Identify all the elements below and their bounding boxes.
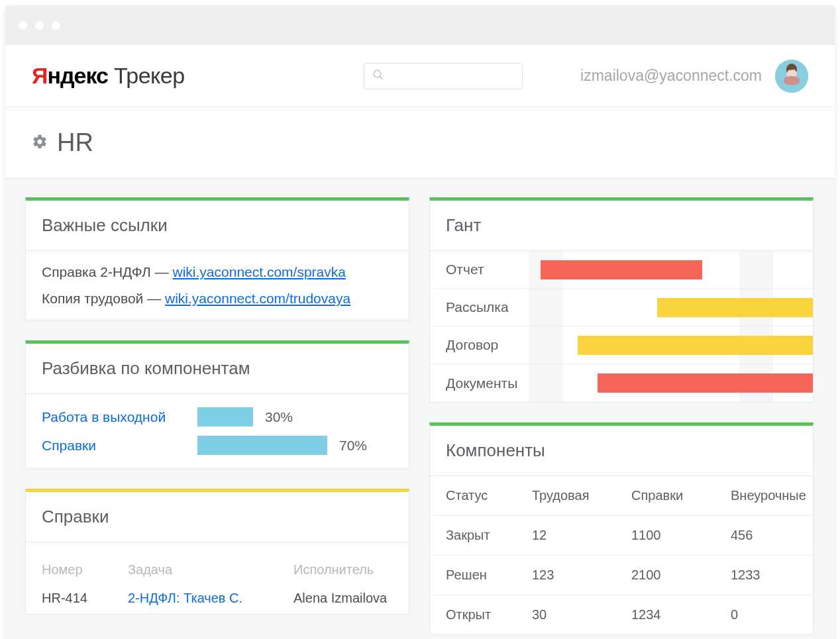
cell: 123 <box>516 556 615 595</box>
issue-assignee: Alena Izmailova <box>293 585 393 611</box>
cell: 1233 <box>715 556 813 595</box>
cell: Открыт <box>430 595 516 635</box>
wiki-link[interactable]: wiki.yaconnect.com/spravka <box>173 264 346 279</box>
col-header: Трудовая <box>516 476 615 516</box>
col-id: Номер <box>42 556 128 585</box>
component-link[interactable]: Работа в выходной <box>42 409 166 424</box>
cell: 456 <box>715 516 813 556</box>
cell: 0 <box>715 595 813 635</box>
link-row: Справка 2-НДФЛ — wiki.yaconnect.com/spra… <box>42 264 393 280</box>
gantt-bar[interactable] <box>657 298 813 317</box>
gantt-bar[interactable] <box>541 260 702 279</box>
card-important-links: Важные ссылки Справка 2-НДФЛ — wiki.yaco… <box>25 197 409 320</box>
card-components: Компоненты СтатусТрудоваяСправкиВнеурочн… <box>429 422 814 635</box>
link-row: Копия трудовой — wiki.yaconnect.com/trud… <box>42 291 393 307</box>
search-field[interactable] <box>390 70 522 82</box>
cell: 30 <box>516 595 615 635</box>
bar <box>197 407 253 426</box>
gantt-row: Рассылка <box>430 289 813 326</box>
card-issues: Справки Номер Задача Исполнитель HR-414 … <box>25 489 409 614</box>
cell: 1100 <box>615 516 715 556</box>
gantt-bar[interactable] <box>598 373 813 393</box>
titlebar <box>5 5 835 45</box>
table-row[interactable]: Решен12321001233 <box>430 556 813 595</box>
page-title: HR <box>57 128 93 157</box>
col-assignee: Исполнитель <box>293 556 393 585</box>
issues-table: Номер Задача Исполнитель HR-414 2-НДФЛ: … <box>42 556 393 611</box>
search-input[interactable] <box>364 63 523 89</box>
card-title: Гант <box>430 201 813 251</box>
gantt-row: Документы <box>430 364 813 402</box>
card-title: Разбивка по компонентам <box>26 344 409 394</box>
cell: 2100 <box>615 556 715 595</box>
card-gantt: Гант ОтчетРассылкаДоговорДокументы <box>429 197 814 403</box>
gantt-track <box>529 364 813 402</box>
cell: Решен <box>430 556 516 595</box>
right-column: Гант ОтчетРассылкаДоговорДокументы Компо… <box>429 197 814 639</box>
app-window: Яндекс Трекер izmailova@yaconnect.com HR <box>5 5 835 639</box>
gantt-row: Договор <box>430 326 813 364</box>
gantt-row: Отчет <box>430 251 813 289</box>
svg-point-0 <box>374 70 381 77</box>
gantt-label: Отчет <box>430 262 529 277</box>
window-control-dot[interactable] <box>19 21 27 30</box>
page-header: HR <box>5 107 835 179</box>
component-link[interactable]: Справки <box>42 438 96 453</box>
dashboard: Важные ссылки Справка 2-НДФЛ — wiki.yaco… <box>5 179 835 639</box>
user-email[interactable]: izmailova@yaconnect.com <box>580 67 762 85</box>
link-prefix: Копия трудовой — <box>42 291 165 306</box>
gear-icon[interactable] <box>32 134 48 152</box>
gantt-track <box>529 251 813 288</box>
col-header: Статус <box>430 476 516 516</box>
percent-label: 30% <box>265 409 293 425</box>
gantt-label: Документы <box>430 375 529 391</box>
cell: 12 <box>516 516 615 556</box>
left-column: Важные ссылки Справка 2-НДФЛ — wiki.yaco… <box>25 197 409 639</box>
cell: 1234 <box>615 595 715 635</box>
bar <box>197 436 327 455</box>
breakdown-row: Справки 70% <box>42 436 393 455</box>
app-logo[interactable]: Яндекс Трекер <box>32 63 185 89</box>
issue-id: HR-414 <box>42 585 128 611</box>
gantt-label: Договор <box>430 337 529 353</box>
card-title: Важные ссылки <box>26 201 409 251</box>
avatar[interactable] <box>775 60 808 93</box>
search-icon <box>372 69 384 83</box>
gantt-bar[interactable] <box>578 336 813 355</box>
gantt-track <box>529 289 813 326</box>
breakdown-row: Работа в выходной 30% <box>42 407 393 426</box>
table-row[interactable]: Открыт3012340 <box>430 595 813 635</box>
gantt-body: ОтчетРассылкаДоговорДокументы <box>430 251 813 402</box>
gantt-track <box>529 326 813 364</box>
svg-line-1 <box>380 76 383 79</box>
link-prefix: Справка 2-НДФЛ — <box>42 264 173 279</box>
issue-link[interactable]: 2-НДФЛ: Ткачев С. <box>128 591 242 605</box>
card-title: Компоненты <box>430 426 813 476</box>
window-control-dot[interactable] <box>35 21 44 30</box>
components-table: СтатусТрудоваяСправкиВнеурочные Закрыт12… <box>430 476 813 634</box>
col-header: Справки <box>615 476 715 516</box>
table-row[interactable]: Закрыт121100456 <box>430 516 813 556</box>
window-control-dot[interactable] <box>52 21 60 30</box>
wiki-link[interactable]: wiki.yaconnect.com/trudovaya <box>165 291 350 306</box>
table-row[interactable]: HR-414 2-НДФЛ: Ткачев С. Alena Izmailova <box>42 585 393 611</box>
col-header: Внеурочные <box>715 476 813 516</box>
col-task: Задача <box>128 556 293 585</box>
card-title: Справки <box>26 492 409 542</box>
gantt-label: Рассылка <box>430 299 529 315</box>
topbar: Яндекс Трекер izmailova@yaconnect.com <box>5 45 835 107</box>
card-breakdown: Разбивка по компонентам Работа в выходно… <box>25 340 409 469</box>
percent-label: 70% <box>339 438 367 454</box>
cell: Закрыт <box>430 516 516 556</box>
